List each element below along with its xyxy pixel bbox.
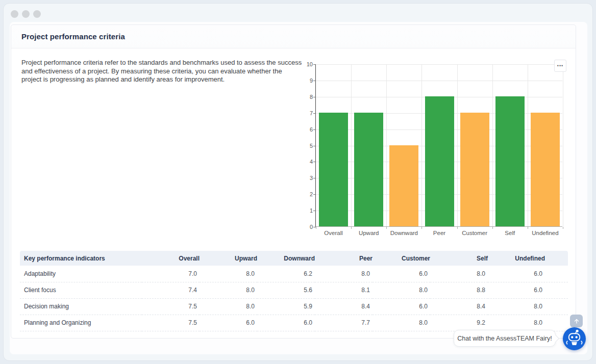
kpi-value: 5.9 bbox=[257, 298, 315, 315]
window-controls bbox=[11, 10, 41, 18]
kpi-value: 8.0 bbox=[488, 315, 568, 331]
x-tick-mark bbox=[563, 227, 563, 229]
y-axis-label: 8 bbox=[300, 94, 313, 100]
chat-bubble-text: Chat with the AssessTEAM Fairy! bbox=[457, 335, 552, 342]
y-axis-label: 3 bbox=[300, 175, 313, 181]
window-dot-icon[interactable] bbox=[22, 10, 30, 18]
y-tick-mark bbox=[313, 97, 316, 97]
column-header: Undefined bbox=[488, 251, 568, 266]
kpi-table-wrap: Key performance indicatorsOverallUpwardD… bbox=[20, 251, 568, 331]
description-text: Project performance criteria refer to th… bbox=[21, 59, 303, 84]
kpi-value: 6.0 bbox=[257, 315, 315, 331]
v-gridline bbox=[386, 64, 387, 226]
y-axis-label: 9 bbox=[300, 77, 313, 84]
x-tick-mark bbox=[421, 227, 422, 229]
kpi-value: 8.0 bbox=[200, 298, 257, 315]
table-row: Client focus7.48.05.68.18.08.86.0 bbox=[20, 282, 568, 298]
kpi-value: 8.0 bbox=[430, 266, 488, 282]
y-tick-mark bbox=[313, 113, 316, 114]
x-tick-mark bbox=[386, 227, 387, 229]
x-tick-mark bbox=[351, 227, 352, 229]
y-axis-label: 7 bbox=[300, 110, 313, 116]
kpi-value: 8.0 bbox=[373, 315, 430, 331]
x-axis-label: Peer bbox=[421, 230, 457, 236]
card-header: Project performance criteria bbox=[11, 25, 576, 48]
window-dot-icon[interactable] bbox=[11, 10, 18, 18]
kpi-value: 6.0 bbox=[373, 298, 430, 315]
kpi-label: Planning and Organizing bbox=[20, 315, 142, 331]
column-header: Upward bbox=[200, 251, 257, 266]
window-dot-icon[interactable] bbox=[33, 10, 41, 18]
kpi-value: 6.2 bbox=[257, 266, 315, 282]
bar-undefined[interactable] bbox=[531, 113, 560, 226]
kpi-value: 8.0 bbox=[315, 266, 373, 282]
kpi-value: 6.0 bbox=[488, 282, 568, 298]
kpi-label: Adaptability bbox=[20, 266, 142, 282]
y-axis-label: 10 bbox=[300, 61, 313, 67]
y-axis-label: 6 bbox=[300, 126, 313, 133]
bar-peer[interactable] bbox=[425, 96, 454, 226]
kpi-label: Client focus bbox=[20, 282, 142, 298]
x-tick-mark bbox=[457, 227, 458, 229]
page-title: Project performance criteria bbox=[21, 32, 125, 41]
y-tick-mark bbox=[313, 146, 316, 146]
x-tick-mark bbox=[316, 227, 316, 229]
bar-self[interactable] bbox=[495, 96, 525, 226]
kpi-value: 8.4 bbox=[430, 298, 488, 315]
kpi-value: 8.1 bbox=[315, 282, 373, 298]
v-gridline bbox=[563, 64, 563, 226]
arrow-up-icon bbox=[573, 318, 580, 325]
y-axis-label: 1 bbox=[300, 207, 313, 214]
y-axis-label: 0 bbox=[300, 224, 313, 230]
kpi-value: 7.0 bbox=[142, 266, 200, 282]
chart-menu-button[interactable]: ••• bbox=[554, 60, 566, 72]
x-axis-label: Undefined bbox=[528, 230, 563, 236]
y-tick-mark bbox=[313, 129, 316, 130]
kpi-value: 9.2 bbox=[430, 315, 488, 331]
bar-overall[interactable] bbox=[319, 113, 348, 226]
kpi-value: 8.0 bbox=[200, 266, 257, 282]
app-window: Project performance criteria Project per… bbox=[3, 3, 593, 361]
v-gridline bbox=[492, 64, 493, 226]
bar-downward[interactable] bbox=[389, 145, 418, 227]
chat-robot-button[interactable] bbox=[563, 327, 586, 350]
v-gridline bbox=[351, 64, 352, 226]
kpi-value: 7.4 bbox=[142, 282, 200, 298]
column-header: Key performance indicators bbox=[20, 251, 142, 266]
table-row: Planning and Organizing7.56.06.07.78.09.… bbox=[20, 315, 568, 331]
ellipsis-icon: ••• bbox=[557, 63, 563, 68]
y-tick-mark bbox=[313, 162, 316, 162]
kpi-value: 8.0 bbox=[373, 282, 430, 298]
report-card: Project performance criteria Project per… bbox=[11, 24, 576, 339]
v-gridline bbox=[457, 64, 458, 226]
table-header-row: Key performance indicatorsOverallUpwardD… bbox=[20, 251, 568, 266]
x-axis-label: Downward bbox=[386, 230, 421, 236]
x-axis-label: Overall bbox=[316, 230, 351, 236]
h-gridline bbox=[316, 81, 562, 81]
v-gridline bbox=[528, 64, 528, 226]
table-row: Adaptability7.08.06.28.06.08.06.0 bbox=[20, 266, 568, 282]
kpi-value: 8.8 bbox=[430, 282, 488, 298]
v-gridline bbox=[421, 64, 422, 226]
kpi-value: 8.4 bbox=[315, 298, 373, 315]
x-tick-mark bbox=[528, 227, 528, 229]
plot-area: 012345678910OverallUpwardDownwardPeerCus… bbox=[315, 64, 562, 227]
kpi-label: Decision making bbox=[20, 298, 142, 315]
x-axis-label: Upward bbox=[351, 230, 386, 236]
kpi-value: 8.0 bbox=[488, 298, 568, 315]
scroll-to-top-button[interactable] bbox=[570, 315, 583, 327]
y-tick-mark bbox=[313, 178, 316, 178]
bar-customer[interactable] bbox=[460, 113, 489, 226]
table-row: Decision making7.58.05.98.46.08.48.0 bbox=[20, 298, 568, 315]
column-header: Downward bbox=[257, 251, 315, 266]
kpi-value: 7.7 bbox=[315, 315, 373, 331]
y-axis-label: 5 bbox=[300, 143, 313, 149]
column-header: Self bbox=[430, 251, 488, 266]
y-tick-mark bbox=[313, 81, 316, 81]
chat-bubble[interactable]: Chat with the AssessTEAM Fairy! bbox=[454, 330, 556, 347]
y-tick-mark bbox=[313, 194, 316, 195]
column-header: Overall bbox=[142, 251, 200, 266]
robot-icon bbox=[563, 327, 586, 350]
kpi-value: 8.0 bbox=[200, 282, 257, 298]
bar-upward[interactable] bbox=[354, 113, 383, 226]
